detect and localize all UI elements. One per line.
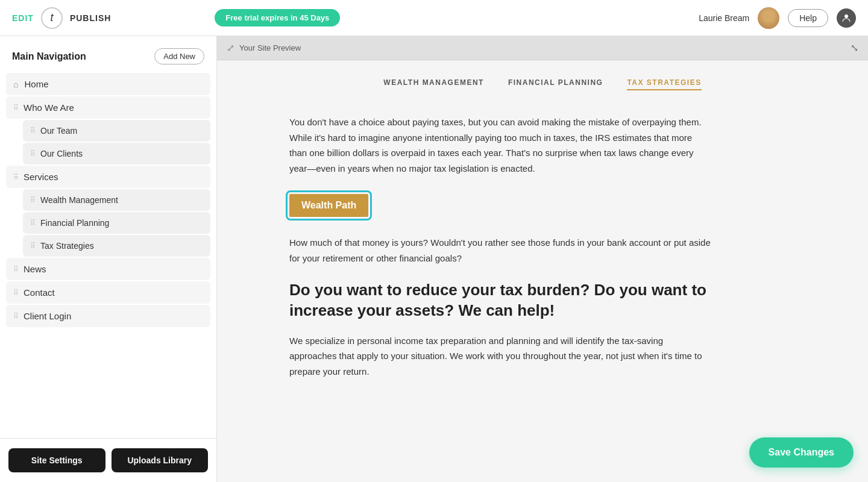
sidebar-item-tax-strategies[interactable]: ⠿ Tax Strategies xyxy=(23,235,210,257)
drag-icon: ⠿ xyxy=(30,219,36,227)
expand-icon[interactable]: ⤡ xyxy=(851,42,858,54)
site-nav-wealth-management[interactable]: WEALTH MANAGEMENT xyxy=(383,78,484,90)
sidebar-item-financial-planning[interactable]: ⠿ Financial Planning xyxy=(23,212,210,234)
header-right: Laurie Bream Help xyxy=(699,7,856,29)
publish-button[interactable]: PUBLISH xyxy=(70,13,111,23)
sidebar-item-label: Contact xyxy=(24,287,55,298)
preview-area: ⤢ Your Site Preview ⤡ WEALTH MANAGEMENT … xyxy=(217,36,868,482)
drag-icon: ⠿ xyxy=(13,104,19,112)
save-changes-button[interactable]: Save Changes xyxy=(749,437,854,468)
preview-content: WEALTH MANAGEMENT FINANCIAL PLANNING TAX… xyxy=(217,60,868,482)
drag-icon: ⠿ xyxy=(13,265,19,274)
help-button[interactable]: Help xyxy=(788,9,828,27)
sidebar-item-label: Wealth Management xyxy=(40,195,118,205)
sidebar-title: Main Navigation xyxy=(12,51,86,62)
edit-button[interactable]: EDIT xyxy=(12,13,34,23)
drag-icon: ⠿ xyxy=(30,127,36,135)
sidebar-item-label: News xyxy=(24,264,46,274)
user-menu-icon[interactable] xyxy=(837,8,856,28)
sidebar-footer: Site Settings Uploads Library xyxy=(0,438,216,482)
home-icon: ⌂ xyxy=(13,80,18,89)
drag-icon: ⠿ xyxy=(13,289,19,297)
nav-sub-services: ⠿ Wealth Management ⠿ Financial Planning… xyxy=(6,189,210,257)
site-nav-tax-strategies[interactable]: TAX STRATEGIES xyxy=(627,78,701,90)
sidebar-item-label: Our Clients xyxy=(40,149,83,158)
preview-label: Your Site Preview xyxy=(239,43,301,52)
sidebar-item-client-login[interactable]: ⠿ Client Login xyxy=(6,305,210,327)
resize-icon: ⤢ xyxy=(227,42,234,54)
paragraph-3: We specialize in personal income tax pre… xyxy=(289,333,711,380)
drag-icon: ⠿ xyxy=(30,196,36,204)
sidebar-item-label: Financial Planning xyxy=(40,218,109,228)
paragraph-1: You don't have a choice about paying tax… xyxy=(289,114,711,176)
logo-text: t xyxy=(50,11,53,24)
sidebar-item-who-we-are[interactable]: ⠿ Who We Are xyxy=(6,96,210,119)
main-layout: Main Navigation Add New ⌂ Home ⠿ Who We … xyxy=(0,36,868,482)
sidebar-item-our-clients[interactable]: ⠿ Our Clients xyxy=(23,143,210,164)
top-header: EDIT t PUBLISH Free trial expires in 45 … xyxy=(0,0,868,36)
sidebar-item-label: Who We Are xyxy=(24,102,74,113)
sidebar-item-label: Client Login xyxy=(24,311,71,321)
drag-icon: ⠿ xyxy=(30,242,36,250)
drag-icon: ⠿ xyxy=(13,173,19,181)
sidebar-header: Main Navigation Add New xyxy=(0,36,216,73)
wealth-path-button[interactable]: Wealth Path xyxy=(289,194,368,217)
drag-icon: ⠿ xyxy=(13,312,19,321)
site-body: You don't have a choice about paying tax… xyxy=(217,102,760,403)
sidebar-item-services[interactable]: ⠿ Services xyxy=(6,166,210,188)
sidebar-item-label: Tax Strategies xyxy=(40,241,94,251)
site-nav-financial-planning[interactable]: FINANCIAL PLANNING xyxy=(508,78,603,90)
user-name: Laurie Bream xyxy=(699,13,749,23)
sidebar-item-wealth-management[interactable]: ⠿ Wealth Management xyxy=(23,189,210,211)
sidebar-item-label: Services xyxy=(24,172,58,182)
trial-badge: Free trial expires in 45 Days xyxy=(215,9,340,27)
paragraph-2: How much of that money is yours? Wouldn'… xyxy=(289,235,711,266)
sidebar-item-our-team[interactable]: ⠿ Our Team xyxy=(23,120,210,142)
sidebar-item-news[interactable]: ⠿ News xyxy=(6,258,210,280)
uploads-library-button[interactable]: Uploads Library xyxy=(112,448,209,472)
site-settings-button[interactable]: Site Settings xyxy=(8,448,105,472)
svg-point-0 xyxy=(844,14,848,18)
sidebar-item-home[interactable]: ⌂ Home xyxy=(6,73,210,95)
add-new-button[interactable]: Add New xyxy=(154,48,204,64)
logo-circle[interactable]: t xyxy=(41,7,63,29)
preview-topbar-left: ⤢ Your Site Preview xyxy=(227,42,301,54)
avatar[interactable] xyxy=(758,7,779,29)
header-left: EDIT t PUBLISH Free trial expires in 45 … xyxy=(12,7,340,29)
preview-topbar: ⤢ Your Site Preview ⤡ xyxy=(217,36,868,60)
nav-list: ⌂ Home ⠿ Who We Are ⠿ Our Team ⠿ Our Cli… xyxy=(0,73,216,438)
main-heading: Do you want to reduce your tax burden? D… xyxy=(289,280,711,321)
drag-icon: ⠿ xyxy=(30,149,36,158)
sidebar-item-label: Our Team xyxy=(40,126,77,136)
nav-sub-who-we-are: ⠿ Our Team ⠿ Our Clients xyxy=(6,120,210,164)
site-nav: WEALTH MANAGEMENT FINANCIAL PLANNING TAX… xyxy=(217,60,868,102)
sidebar: Main Navigation Add New ⌂ Home ⠿ Who We … xyxy=(0,36,217,482)
sidebar-item-contact[interactable]: ⠿ Contact xyxy=(6,281,210,304)
sidebar-item-label: Home xyxy=(24,79,48,89)
